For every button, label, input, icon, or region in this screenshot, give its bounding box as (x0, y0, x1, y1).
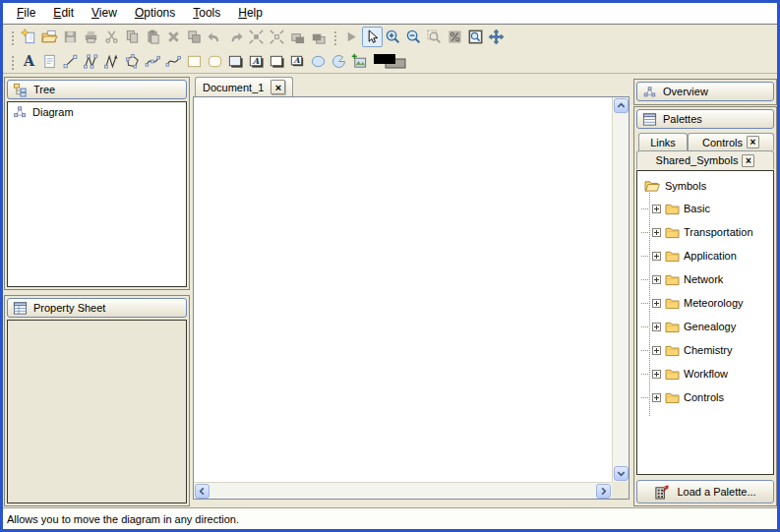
palette-folder-chemistry[interactable]: Chemistry (637, 338, 773, 362)
palette-folder-meteorology[interactable]: Meteorology (637, 291, 773, 315)
tree-pane-header[interactable]: Tree (7, 80, 187, 99)
open-document-button[interactable] (39, 27, 60, 47)
expand-plus-icon[interactable] (652, 346, 661, 355)
text-tool-button[interactable]: A (19, 51, 39, 72)
scroll-up-button[interactable] (614, 98, 629, 113)
document-tab-bar: Document_1 × (195, 77, 293, 96)
palette-tree: Symbols Basic Transportation Application… (636, 170, 774, 475)
palette-tab-close-icon[interactable]: × (747, 136, 759, 148)
filled-rectangle-tool-button[interactable] (225, 51, 246, 72)
expand-plus-icon[interactable] (652, 205, 661, 213)
palette-folder-workflow[interactable]: Workflow (637, 362, 773, 385)
zoom-area-button[interactable] (424, 27, 445, 47)
toolbar-grip[interactable] (10, 54, 15, 70)
document-tab[interactable]: Document_1 × (195, 77, 293, 96)
palette-folder-label: Network (684, 273, 723, 285)
vertical-scrollbar[interactable] (612, 97, 629, 482)
new-document-button[interactable] (19, 27, 39, 47)
tree-item-diagram[interactable]: Diagram (8, 102, 186, 121)
zoom-in-icon (385, 29, 401, 45)
expand-plus-icon[interactable] (652, 323, 661, 331)
palette-folder-basic[interactable]: Basic (637, 197, 773, 220)
rectangle-tool-button[interactable] (184, 51, 205, 72)
palette-tab-controls[interactable]: Controls × (688, 133, 774, 150)
label-rectangle-tool-button[interactable]: A (246, 51, 267, 72)
scroll-left-button[interactable] (195, 484, 210, 499)
expand-plus-icon[interactable] (652, 370, 661, 379)
horizontal-scrollbar[interactable] (194, 482, 612, 499)
color-swatches-icon (372, 53, 413, 70)
run-button[interactable] (341, 27, 362, 47)
arc-tool-button[interactable] (329, 51, 349, 72)
ungroup-button[interactable] (267, 27, 287, 47)
document-canvas[interactable] (194, 97, 612, 482)
palette-tab-links[interactable]: Links (638, 133, 688, 150)
palette-folder-transportation[interactable]: Transportation (637, 220, 773, 244)
menu-options[interactable]: Options (126, 3, 184, 24)
tree-pane: Tree Diagram (4, 77, 190, 290)
spline-tool-button[interactable] (163, 51, 184, 72)
zoom-in-button[interactable] (383, 27, 403, 47)
scroll-right-button[interactable] (596, 484, 611, 499)
menu-help[interactable]: Help (229, 3, 271, 24)
scroll-down-button[interactable] (614, 466, 629, 481)
paste-button[interactable] (143, 27, 163, 47)
bring-forward-button[interactable] (287, 27, 308, 47)
property-sheet-header[interactable]: Property Sheet (7, 298, 187, 318)
expand-plus-icon[interactable] (652, 252, 661, 261)
duplicate-button[interactable] (184, 27, 205, 47)
image-tool-button[interactable] (349, 51, 370, 72)
group-button[interactable] (246, 27, 267, 47)
document-tab-label: Document_1 (203, 82, 264, 93)
curve-tool-button[interactable] (143, 51, 163, 72)
palette-folder-genealogy[interactable]: Genealogy (637, 315, 773, 338)
load-palette-button[interactable]: Load a Palette... (636, 480, 774, 503)
palette-folder-network[interactable]: Network (637, 267, 773, 291)
zoom-window-button[interactable] (465, 27, 486, 47)
arrow-polyline-tool-button[interactable] (101, 51, 122, 72)
document-tab-close-icon[interactable]: × (270, 80, 285, 94)
folder-icon (665, 273, 680, 286)
zoom-percent-icon (447, 29, 463, 45)
menu-file[interactable]: File (8, 3, 44, 24)
redo-button[interactable] (225, 27, 246, 47)
polygon-tool-button[interactable] (122, 51, 143, 72)
select-tool-button[interactable] (362, 27, 383, 47)
polyline-tool-button[interactable] (81, 51, 101, 72)
tree-pane-content: Diagram (7, 101, 187, 287)
rounded-rectangle-tool-button[interactable] (205, 51, 225, 72)
toolbar-grip[interactable] (10, 30, 15, 45)
palette-folder-controls[interactable]: Controls (637, 385, 773, 409)
overview-pane-header[interactable]: Overview (636, 82, 774, 101)
expand-plus-icon[interactable] (652, 393, 661, 402)
send-backward-button[interactable] (308, 27, 329, 47)
menu-tools[interactable]: Tools (184, 3, 229, 24)
line-tool-button[interactable] (60, 51, 81, 72)
expand-plus-icon[interactable] (652, 228, 661, 237)
save-button[interactable] (60, 27, 81, 47)
menu-view[interactable]: View (83, 3, 126, 24)
palette-tab-shared-symbols[interactable]: Shared_Symbols × (636, 150, 774, 169)
palettes-pane-header[interactable]: Palettes (636, 109, 774, 129)
palette-root-symbols[interactable]: Symbols (637, 175, 773, 197)
expand-plus-icon[interactable] (652, 275, 661, 284)
shadow-rectangle-tool-button[interactable] (267, 51, 287, 72)
small-label-rectangle-tool-button[interactable]: A (287, 51, 308, 72)
zoom-out-button[interactable] (403, 27, 424, 47)
palette-tab-close-icon[interactable]: × (742, 154, 754, 167)
cut-button[interactable] (101, 27, 122, 47)
color-swatches-button[interactable] (370, 51, 415, 72)
print-button[interactable] (81, 27, 101, 47)
palettes-pane-title: Palettes (663, 113, 702, 125)
menu-edit[interactable]: Edit (44, 3, 83, 24)
delete-button[interactable] (163, 27, 184, 47)
copy-button[interactable] (122, 27, 143, 47)
undo-button[interactable] (205, 27, 225, 47)
expand-plus-icon[interactable] (652, 299, 661, 308)
note-tool-button[interactable] (39, 51, 60, 72)
ellipse-tool-button[interactable] (308, 51, 329, 72)
pan-tool-button[interactable] (486, 27, 507, 47)
zoom-percent-button[interactable] (445, 27, 465, 47)
main-area: Tree Diagram Property Sheet Document_1 × (3, 74, 777, 507)
palette-folder-application[interactable]: Application (637, 244, 773, 267)
